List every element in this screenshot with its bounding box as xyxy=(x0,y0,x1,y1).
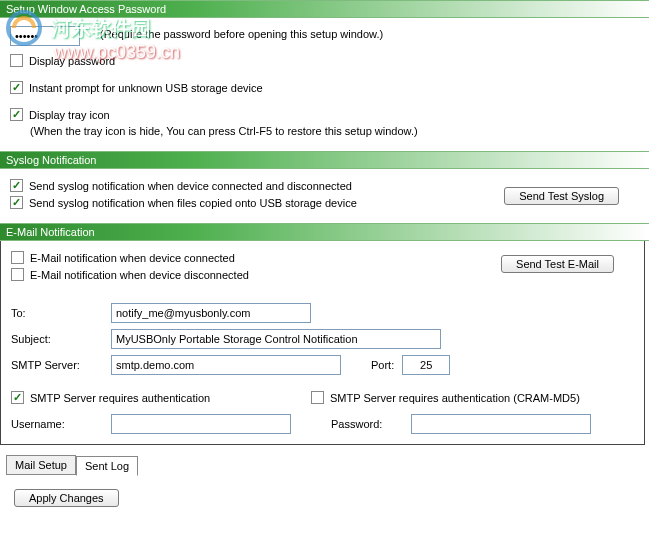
tray-hint: (When the tray icon is hide, You can pre… xyxy=(30,125,418,137)
username-label: Username: xyxy=(11,418,111,430)
instant-prompt-label[interactable]: Instant prompt for unknown USB storage d… xyxy=(29,82,263,94)
email-disconnect-checkbox[interactable] xyxy=(11,268,24,281)
syslog-connect-checkbox[interactable] xyxy=(10,179,23,192)
section-email-header: E-Mail Notification xyxy=(0,223,649,241)
to-label: To: xyxy=(11,307,111,319)
email-connect-label[interactable]: E-Mail notification when device connecte… xyxy=(30,252,235,264)
smtp-label: SMTP Server: xyxy=(11,359,111,371)
smtp-auth-cram-label[interactable]: SMTP Server requires authentication (CRA… xyxy=(330,392,580,404)
display-password-label[interactable]: Display password xyxy=(29,55,115,67)
send-test-syslog-button[interactable]: Send Test Syslog xyxy=(504,187,619,205)
section-setup-password-header: Setup Window Access Password xyxy=(0,0,649,18)
smtp-auth-checkbox[interactable] xyxy=(11,391,24,404)
port-label: Port: xyxy=(371,359,394,371)
syslog-copy-checkbox[interactable] xyxy=(10,196,23,209)
instant-prompt-checkbox[interactable] xyxy=(10,81,23,94)
email-connect-checkbox[interactable] xyxy=(11,251,24,264)
to-input[interactable] xyxy=(111,303,311,323)
username-input[interactable] xyxy=(111,414,291,434)
subject-label: Subject: xyxy=(11,333,111,345)
smtp-input[interactable] xyxy=(111,355,341,375)
display-tray-label[interactable]: Display tray icon xyxy=(29,109,110,121)
section-syslog-header: Syslog Notification xyxy=(0,151,649,169)
syslog-copy-label[interactable]: Send syslog notification when files copi… xyxy=(29,197,357,209)
send-test-email-button[interactable]: Send Test E-Mail xyxy=(501,255,614,273)
email-disconnect-label[interactable]: E-Mail notification when device disconne… xyxy=(30,269,249,281)
syslog-connect-label[interactable]: Send syslog notification when device con… xyxy=(29,180,352,192)
password-field-input[interactable] xyxy=(411,414,591,434)
smtp-auth-cram-checkbox[interactable] xyxy=(311,391,324,404)
subject-input[interactable] xyxy=(111,329,441,349)
password-input[interactable] xyxy=(10,26,80,46)
password-hint: (Require the password before opening thi… xyxy=(100,28,383,40)
mail-tabs: Mail Setup Sent Log xyxy=(6,455,649,475)
smtp-auth-label[interactable]: SMTP Server requires authentication xyxy=(30,392,210,404)
port-input[interactable] xyxy=(402,355,450,375)
password-field-label: Password: xyxy=(331,418,411,430)
tab-mail-setup[interactable]: Mail Setup xyxy=(6,455,76,475)
apply-changes-button[interactable]: Apply Changes xyxy=(14,489,119,507)
tab-sent-log[interactable]: Sent Log xyxy=(76,456,138,476)
display-password-checkbox[interactable] xyxy=(10,54,23,67)
display-tray-checkbox[interactable] xyxy=(10,108,23,121)
